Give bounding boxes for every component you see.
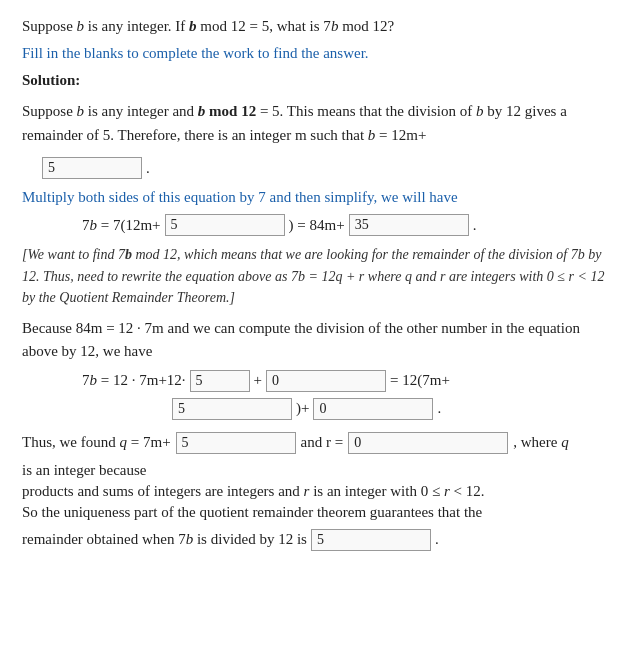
italic-explanation: [We want to find 7b mod 12, which means … bbox=[22, 244, 619, 309]
input-eq1-2[interactable] bbox=[349, 214, 469, 236]
remainder-period: . bbox=[435, 531, 439, 548]
remainder-line: remainder obtained when 7b is divided by… bbox=[22, 529, 619, 551]
input-eq3-2[interactable] bbox=[313, 398, 433, 420]
eq1-left: 7b = 7(12m+ bbox=[82, 217, 161, 234]
input-thus-1[interactable] bbox=[176, 432, 296, 454]
input-eq2-2[interactable] bbox=[266, 370, 386, 392]
multiply-instruction: Multiply both sides of this equation by … bbox=[22, 189, 619, 206]
para1: Suppose b is any integer and b mod 12 = … bbox=[22, 99, 619, 147]
eq2-right: = 12(7m+ bbox=[390, 372, 450, 389]
solution-label: Solution: bbox=[22, 72, 619, 89]
equation-line-1: 7b = 7(12m+ ) = 84m+ . bbox=[82, 214, 619, 236]
products-text: products and sums of integers are intege… bbox=[22, 483, 619, 500]
period1: . bbox=[146, 160, 150, 177]
input-thus-2[interactable] bbox=[348, 432, 508, 454]
thus-line: Thus, we found q = 7m+ and r = , where q bbox=[22, 432, 619, 454]
input-eq2-1[interactable] bbox=[190, 370, 250, 392]
eq3-plus: )+ bbox=[296, 400, 309, 417]
thus-text-b: , where q bbox=[513, 434, 568, 451]
equation-line-2: 7b = 12 · 7m+12· + = 12(7m+ bbox=[82, 370, 619, 392]
input-eq3-1[interactable] bbox=[172, 398, 292, 420]
is-integer-text: is an integer because bbox=[22, 462, 619, 479]
eq2-left: 7b = 12 · 7m+12· bbox=[82, 372, 186, 389]
because-text: Because 84m = 12 · 7m and we can compute… bbox=[22, 317, 619, 364]
problem-statement: Suppose b is any integer. If b mod 12 = … bbox=[22, 18, 619, 35]
eq2-plus: + bbox=[254, 372, 262, 389]
remainder-text-a: remainder obtained when 7b is divided by… bbox=[22, 531, 307, 548]
equation-line-3: )+ . bbox=[172, 398, 619, 420]
input-eq1-1[interactable] bbox=[165, 214, 285, 236]
eq1-dot: . bbox=[473, 217, 477, 234]
so-text: So the uniqueness part of the quotient r… bbox=[22, 504, 619, 521]
thus-text-a: Thus, we found q = 7m+ bbox=[22, 434, 171, 451]
thus-and: and r = bbox=[301, 434, 344, 451]
instruction: Fill in the blanks to complete the work … bbox=[22, 45, 619, 62]
eq3-period: . bbox=[437, 400, 441, 417]
eq1-mid: ) = 84m+ bbox=[289, 217, 345, 234]
input-remainder[interactable] bbox=[311, 529, 431, 551]
input-b-value[interactable] bbox=[42, 157, 142, 179]
